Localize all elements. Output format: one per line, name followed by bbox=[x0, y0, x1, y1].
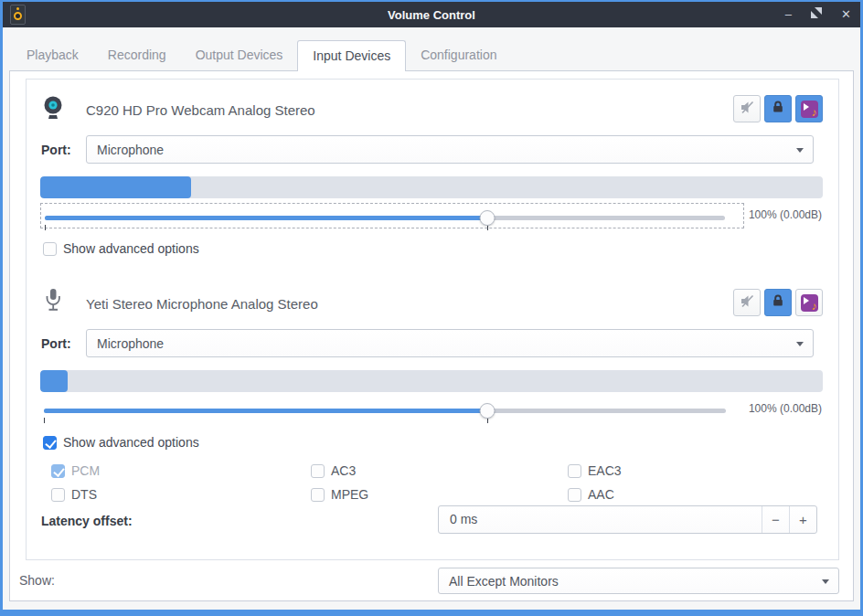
tab-recording[interactable]: Recording bbox=[93, 40, 181, 70]
slider-base-tick bbox=[44, 418, 45, 423]
spin-minus-button[interactable]: − bbox=[762, 506, 789, 533]
chevron-down-icon bbox=[822, 579, 829, 584]
vu-meter bbox=[40, 370, 823, 392]
tab-playback[interactable]: Playback bbox=[12, 40, 93, 70]
checkbox-label[interactable]: AC3 bbox=[331, 463, 356, 478]
checkbox[interactable] bbox=[568, 488, 581, 502]
volume-value: 100% (0.00dB) bbox=[749, 402, 822, 415]
format-mpeg-row[interactable]: MPEG bbox=[311, 487, 368, 502]
checkbox[interactable] bbox=[51, 488, 65, 502]
tab-configuration[interactable]: Configuration bbox=[406, 40, 511, 70]
lock-channels-button[interactable] bbox=[764, 289, 792, 316]
speaker-tweeter-dot bbox=[16, 7, 19, 10]
latency-offset-spinbutton[interactable]: 0 ms − + bbox=[438, 505, 817, 534]
slider-handle[interactable] bbox=[479, 210, 495, 226]
format-aac-row[interactable]: AAC bbox=[568, 487, 614, 502]
tab-bar: Playback Recording Output Devices Input … bbox=[12, 40, 511, 71]
checkbox[interactable] bbox=[311, 488, 325, 502]
input-devices-page: C920 HD Pro Webcam Analog Stereo ♪ Port:… bbox=[9, 70, 854, 601]
tab-output-devices[interactable]: Output Devices bbox=[181, 40, 298, 70]
port-label: Port: bbox=[41, 336, 71, 351]
close-icon[interactable]: ✕ bbox=[841, 2, 851, 27]
format-eac3-row[interactable]: EAC3 bbox=[568, 463, 622, 478]
vu-meter bbox=[40, 176, 823, 198]
lock-icon bbox=[771, 100, 785, 118]
set-fallback-button[interactable]: ♪ bbox=[795, 95, 823, 122]
port-dropdown[interactable]: Microphone bbox=[86, 135, 814, 164]
checkbox[interactable] bbox=[311, 464, 325, 478]
latency-offset-label: Latency offset: bbox=[41, 514, 133, 528]
port-value: Microphone bbox=[97, 143, 164, 157]
mute-button[interactable] bbox=[733, 289, 761, 316]
muted-speaker-icon bbox=[740, 100, 755, 119]
slider-track[interactable] bbox=[44, 409, 726, 413]
device-name: Yeti Stereo Microphone Analog Stereo bbox=[86, 296, 318, 312]
slider-handle[interactable] bbox=[479, 403, 495, 419]
port-value: Microphone bbox=[97, 336, 164, 351]
microphone-icon bbox=[44, 288, 62, 315]
checkbox[interactable] bbox=[43, 242, 57, 256]
checkbox[interactable] bbox=[43, 436, 57, 450]
minimize-icon[interactable]: – bbox=[785, 2, 792, 27]
volume-slider[interactable] bbox=[40, 203, 744, 228]
app-speaker-icon[interactable] bbox=[10, 5, 26, 25]
vu-meter-fill bbox=[40, 176, 191, 198]
checkbox-label[interactable]: AAC bbox=[588, 487, 614, 502]
mute-button[interactable] bbox=[733, 95, 761, 122]
format-dts-row[interactable]: DTS bbox=[51, 487, 97, 502]
chevron-down-icon bbox=[796, 148, 804, 153]
checkbox-label[interactable]: EAC3 bbox=[588, 463, 622, 478]
checkbox-label[interactable]: DTS bbox=[71, 487, 97, 502]
show-advanced-checkbox-row[interactable]: Show advanced options bbox=[43, 435, 199, 450]
tab-input-devices[interactable]: Input Devices bbox=[297, 40, 406, 71]
chevron-down-icon bbox=[796, 342, 804, 346]
titlebar: Volume Control – ✕ bbox=[3, 2, 860, 27]
device-list-frame: C920 HD Pro Webcam Analog Stereo ♪ Port:… bbox=[26, 79, 839, 560]
vu-meter-fill bbox=[40, 370, 68, 392]
speaker-cone-ring bbox=[14, 12, 22, 20]
set-fallback-button[interactable]: ♪ bbox=[795, 289, 823, 316]
slider-track[interactable] bbox=[45, 216, 725, 220]
fallback-media-icon: ♪ bbox=[801, 101, 818, 118]
checkbox-label: PCM bbox=[71, 463, 100, 478]
port-dropdown[interactable]: Microphone bbox=[86, 329, 814, 357]
show-filter-value: All Except Monitors bbox=[449, 574, 559, 589]
fallback-media-icon: ♪ bbox=[801, 294, 818, 312]
slider-fill bbox=[44, 409, 487, 413]
restore-icon[interactable] bbox=[811, 2, 822, 27]
volume-control-window: Volume Control – ✕ Playback Recording Ou… bbox=[0, 0, 863, 616]
slider-fill bbox=[45, 216, 487, 220]
show-filter-label: Show: bbox=[19, 573, 55, 588]
port-label: Port: bbox=[41, 143, 71, 157]
checkbox[interactable] bbox=[568, 464, 581, 478]
checkbox bbox=[51, 464, 65, 478]
show-filter-dropdown[interactable]: All Except Monitors bbox=[438, 568, 839, 594]
format-ac3-row[interactable]: AC3 bbox=[311, 463, 356, 478]
window-title: Volume Control bbox=[3, 8, 860, 22]
latency-value[interactable]: 0 ms bbox=[450, 506, 477, 533]
device-name: C920 HD Pro Webcam Analog Stereo bbox=[86, 102, 315, 118]
muted-speaker-icon bbox=[740, 293, 755, 313]
volume-value: 100% (0.00dB) bbox=[749, 208, 822, 221]
checkbox-label[interactable]: MPEG bbox=[331, 487, 368, 502]
checkbox-label[interactable]: Show advanced options bbox=[63, 241, 199, 256]
webcam-icon bbox=[42, 94, 64, 122]
show-advanced-checkbox-row[interactable]: Show advanced options bbox=[43, 241, 199, 256]
format-pcm-row[interactable]: PCM bbox=[51, 463, 100, 478]
lock-icon bbox=[771, 293, 785, 312]
slider-base-tick bbox=[45, 225, 46, 230]
volume-slider[interactable] bbox=[40, 397, 744, 422]
lock-channels-button[interactable] bbox=[764, 95, 792, 122]
spin-plus-button[interactable]: + bbox=[789, 506, 816, 533]
checkbox-label[interactable]: Show advanced options bbox=[63, 435, 199, 450]
